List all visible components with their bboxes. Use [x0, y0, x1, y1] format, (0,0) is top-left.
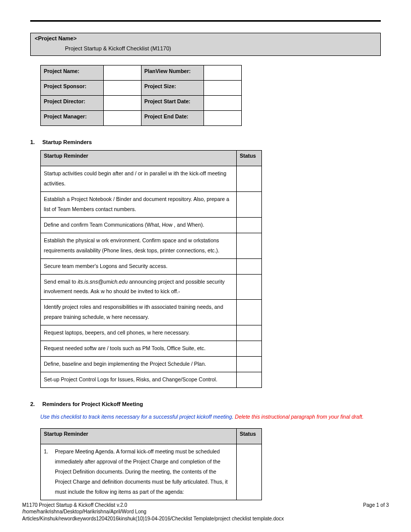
reminder-cell: Secure team member's Logons and Security…: [41, 258, 237, 274]
status-cell: [237, 341, 262, 357]
section2-num: 2.: [30, 401, 42, 407]
document-title: Project Startup & Kickoff Checklist (M11…: [35, 44, 376, 52]
status-cell: [237, 274, 262, 300]
label-project-name: Project Name:: [41, 65, 104, 81]
row6-email: its.is.sns@umich.edu: [78, 279, 127, 285]
section2-table: Startup Reminder Status 1. Prepare Meeti…: [40, 428, 262, 500]
status-cell: [237, 191, 262, 217]
status-cell: [237, 372, 262, 388]
value-manager: [103, 111, 141, 126]
status-cell: [237, 166, 262, 192]
value-start: [204, 96, 242, 111]
value-end: [204, 111, 242, 126]
status-cell: [237, 325, 262, 341]
col-reminder: Startup Reminder: [41, 428, 237, 444]
label-size: Project Size:: [141, 81, 204, 96]
section2-heading: 2.Reminders for Project Kickoff Meeting: [30, 401, 381, 407]
section1-heading: 1.Startup Reminders: [30, 139, 381, 145]
section1-table-wrap: Startup Reminder Status Startup activiti…: [30, 150, 381, 397]
status-cell: [237, 444, 262, 500]
instr-red: Delete this instructional paragraph from…: [233, 414, 364, 420]
meta-table-wrap: Project Name: PlanView Number: Project S…: [30, 65, 381, 135]
reminder-cell: 1. Prepare Meeting Agenda. A formal kick…: [41, 444, 237, 500]
label-end: Project End Date:: [141, 111, 204, 126]
status-cell: [237, 233, 262, 258]
footer-path-2: Articles/Kinshuk/rewordkeywords12042016k…: [22, 515, 389, 522]
label-manager: Project Manager:: [41, 111, 104, 126]
instr-blue: Use this checklist to track items necess…: [40, 414, 233, 420]
label-director: Project Director:: [41, 96, 104, 111]
title-block: <Project Name> Project Startup & Kickoff…: [30, 33, 381, 56]
meta-table: Project Name: PlanView Number: Project S…: [40, 65, 242, 126]
row6-pre: Send email to: [44, 279, 78, 285]
row-text: Prepare Meeting Agenda. A formal kick-of…: [55, 447, 233, 497]
label-sponsor: Project Sponsor:: [41, 81, 104, 96]
col-status: Status: [237, 428, 262, 444]
value-project-name: [103, 65, 141, 81]
top-rule: [30, 20, 381, 22]
value-director: [103, 96, 141, 111]
footer-path-1: /home/harikrishna/Desktop/Harikrishna/Ap…: [22, 508, 389, 515]
row-num: 1.: [44, 447, 55, 497]
section1-table: Startup Reminder Status Startup activiti…: [40, 150, 262, 388]
status-cell: [237, 258, 262, 274]
reminder-cell: Define, baseline and begin implementing …: [41, 357, 237, 372]
document-page: <Project Name> Project Startup & Kickoff…: [0, 0, 411, 532]
value-size: [204, 81, 242, 96]
reminder-cell: Establish the physical w ork environment…: [41, 233, 237, 258]
reminder-cell: Request needed softw are / tools such as…: [41, 341, 237, 357]
section2-instruction: Use this checklist to track items necess…: [30, 412, 381, 428]
reminder-cell: Send email to its.is.sns@umich.edu annou…: [41, 274, 237, 300]
reminder-cell: Set-up Project Control Logs for Issues, …: [41, 372, 237, 388]
status-cell: [237, 217, 262, 233]
section2-table-wrap: Startup Reminder Status 1. Prepare Meeti…: [30, 428, 381, 509]
value-planview: [204, 65, 242, 81]
label-start: Project Start Date:: [141, 96, 204, 111]
label-planview: PlanView Number:: [141, 65, 204, 81]
col-status: Status: [237, 151, 262, 166]
reminder-cell: Startup activities could begin after and…: [41, 166, 237, 192]
reminder-cell: Request laptops, beepers, and cell phone…: [41, 325, 237, 341]
project-name-placeholder: <Project Name>: [35, 34, 376, 44]
status-cell: [237, 357, 262, 372]
footer-page: Page 1 of 3: [363, 502, 389, 509]
section1-title: Startup Reminders: [42, 139, 92, 145]
reminder-cell: Establish a Project Notebook / Binder an…: [41, 191, 237, 217]
reminder-cell: Identify project roles and responsibilit…: [41, 300, 237, 325]
page-footer: M1170 Project Startup & Kickoff Checklis…: [22, 502, 389, 522]
section2-title: Reminders for Project Kickoff Meeting: [42, 401, 143, 407]
status-cell: [237, 300, 262, 325]
col-reminder: Startup Reminder: [41, 151, 237, 166]
section1-num: 1.: [30, 139, 42, 145]
reminder-cell: Define and confirm Team Communications (…: [41, 217, 237, 233]
value-sponsor: [103, 81, 141, 96]
footer-version: M1170 Project Startup & Kickoff Checklis…: [22, 502, 127, 509]
